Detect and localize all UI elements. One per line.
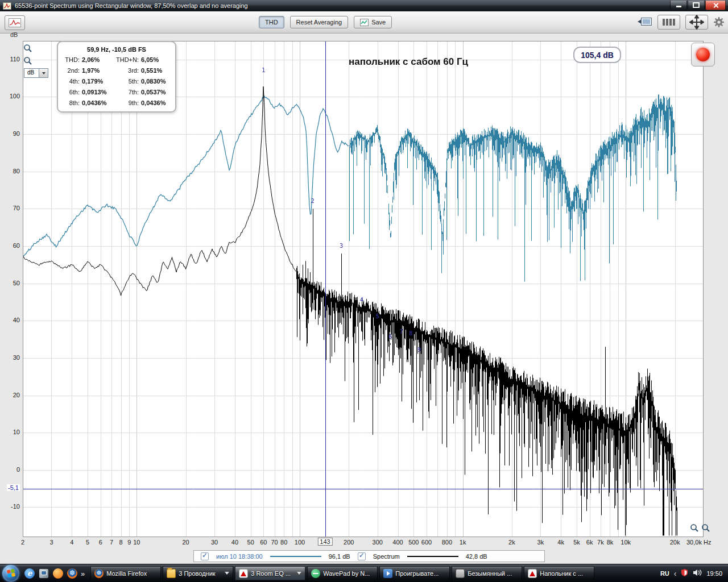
taskbar-task-2[interactable]: 3 Проводник [163, 566, 233, 580]
y-tick-label: 100 [0, 93, 20, 99]
thd-toggle-button[interactable]: THD [259, 16, 284, 28]
x-tick-label: 3k [537, 539, 544, 546]
window-panel-icon[interactable] [638, 17, 652, 27]
magnifier-icon [701, 523, 710, 533]
screen: 65536-point Spectrum using Rectangular w… [0, 0, 728, 582]
desktop-icon[interactable] [39, 568, 49, 579]
task-label: Безымянный ... [468, 570, 518, 577]
settings-gear-icon[interactable] [713, 16, 725, 28]
pan-zoom-button[interactable] [685, 15, 708, 30]
x-tick-label: 7 [110, 539, 113, 546]
x-tick-label: 4 [70, 539, 73, 546]
x-tick-label: 20 [183, 539, 189, 546]
x-tick-label: 20k [670, 539, 680, 546]
quicklaunch-overflow-chevron-icon[interactable] [81, 568, 85, 579]
x-tick-label: 5 [86, 539, 89, 546]
x-tick-label: 10k [621, 539, 631, 546]
media-icon[interactable] [53, 568, 63, 579]
taskbar-task-3[interactable]: 3 Room EQ ... [235, 566, 305, 580]
x-tick-label: 2 [21, 539, 24, 546]
thd-row-label: 6th: [63, 89, 82, 95]
task-label: Проигрывате... [395, 570, 446, 577]
four-arrows-icon [689, 15, 704, 30]
toolbar-center-buttons: THD Reset Averaging Save [259, 16, 392, 28]
measurement-icon-button[interactable] [5, 15, 25, 30]
y-tick-label: -10 [0, 503, 20, 510]
thd-row-value: 6,05% [141, 56, 173, 63]
taskbar-clock[interactable]: 19:50 [706, 570, 722, 577]
taskbar-tasks: Mozilla Firefox3 Проводник3 Room EQ ...W… [90, 566, 594, 580]
y-zoom-out-button[interactable] [23, 56, 33, 66]
window-title: 65536-point Spectrum using Rectangular w… [15, 2, 670, 9]
y-tick-label: 10 [0, 429, 20, 435]
y-tick-label: 50 [0, 280, 20, 286]
x-tick-label: 6 [99, 539, 102, 546]
maximize-icon [693, 2, 700, 8]
y-zoom-in-button[interactable] [23, 43, 33, 53]
x-zoom-out-button[interactable] [701, 523, 711, 533]
wavepad-icon [311, 569, 320, 578]
spectrum-trace-color-sample [407, 556, 458, 557]
cursor-level-readout: -5,1 [7, 484, 20, 491]
minimize-button[interactable] [670, 1, 687, 10]
volume-icon[interactable] [693, 568, 702, 579]
taskbar-task-5[interactable]: Проигрывате... [379, 566, 450, 580]
x-tick-label: 50 [247, 539, 254, 546]
thd-panel: 59,9 Hz, -10,5 dB FS THD:2,06%THD+N:6,05… [57, 41, 176, 113]
tray-expand-chevron-icon[interactable] [674, 568, 677, 579]
maximize-button[interactable] [688, 1, 705, 10]
cursor-frequency-readout: 143 [317, 538, 332, 546]
ie-icon[interactable] [24, 568, 35, 579]
x-tick-label: 500 [408, 539, 419, 546]
save-label: Save [371, 19, 386, 26]
taskbar-task-1[interactable]: Mozilla Firefox [90, 566, 161, 580]
thd-row-label: 9th: [114, 99, 141, 106]
x-zoom-in-button[interactable] [689, 523, 700, 533]
x-tick-label: 7k [597, 539, 604, 546]
reset-averaging-button[interactable]: Reset Averaging [290, 16, 349, 28]
task-label: 3 Проводник [179, 570, 221, 577]
record-button[interactable] [691, 43, 715, 66]
y-axis-unit-label: dB [10, 31, 18, 38]
close-button[interactable] [705, 1, 726, 10]
thd-row-value: 0,551% [141, 67, 173, 74]
x-tick-label: 9 [127, 539, 131, 546]
spectrum-plot-canvas[interactable] [23, 41, 704, 537]
rta-legend-label: июл 10 18:38:00 [216, 553, 263, 560]
x-tick-label: 8k [607, 539, 614, 546]
taskbar: Mozilla Firefox3 Проводник3 Room EQ ...W… [0, 564, 728, 582]
language-indicator[interactable]: RU [660, 570, 669, 577]
y-axis-unit-dropdown[interactable]: dB [24, 68, 48, 78]
thd-row-value: 0,0830% [141, 78, 173, 85]
thd-panel-rows: THD:2,06%THD+N:6,05%2nd:1,97%3rd:0,551%4… [63, 56, 171, 106]
spectrum-visibility-checkbox[interactable] [358, 552, 366, 560]
x-tick-label: 5k [573, 539, 580, 546]
thd-row-value: 2,06% [82, 56, 114, 63]
bars-view-button[interactable] [657, 15, 680, 30]
start-button[interactable] [2, 565, 19, 582]
x-tick-label: 600 [421, 539, 432, 546]
taskbar-task-6[interactable]: Безымянный ... [452, 566, 522, 580]
x-tick-label: 3 [49, 539, 53, 546]
thd-row-label: 2nd: [63, 67, 82, 74]
close-icon [713, 2, 719, 9]
x-tick-label: 800 [442, 539, 452, 546]
save-button[interactable]: Save [354, 16, 392, 28]
spectrum-legend-label: Spectrum [373, 553, 400, 560]
x-tick-label: 300 [373, 539, 383, 546]
window-controls [670, 1, 726, 11]
security-tray-icon[interactable] [681, 568, 688, 579]
plot-title: напольник с сабом 60 Гц [349, 56, 468, 68]
thd-row-label: 7th: [114, 89, 141, 95]
firefox-icon[interactable] [67, 568, 77, 579]
rta-visibility-checkbox[interactable] [201, 552, 209, 560]
record-icon [696, 48, 710, 61]
x-tick-label: 400 [392, 539, 403, 546]
player-icon [383, 569, 392, 578]
taskbar-task-4[interactable]: WavePad by N... [307, 566, 378, 580]
taskbar-task-7[interactable]: Напольник с ... [524, 566, 594, 580]
vertical-bars-icon [661, 18, 676, 27]
system-tray: RU 19:50 [660, 568, 728, 579]
window-titlebar: 65536-point Spectrum using Rectangular w… [0, 0, 728, 11]
folder-icon [167, 569, 176, 578]
